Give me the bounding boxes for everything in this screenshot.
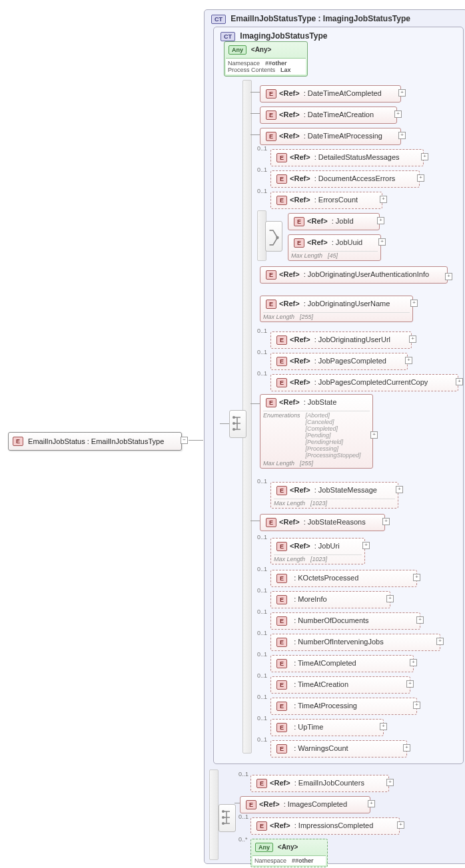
occurrence: 0..1 <box>238 813 248 820</box>
ref-job-state-reasons[interactable]: E<Ref> : JobStateReasons <box>260 514 385 531</box>
expand-icon[interactable]: + <box>370 431 378 439</box>
svg-point-2 <box>232 428 235 431</box>
ref-job-uri[interactable]: E<Ref> : JobUri Max Length[1023] <box>270 538 365 564</box>
ref-tail-8[interactable]: E : WarningsCount <box>270 740 407 758</box>
expand-icon[interactable]: + <box>398 132 406 139</box>
ref-tail-0[interactable]: E : KOctetsProcessed <box>270 570 417 587</box>
occurrence: 0..1 <box>257 566 267 572</box>
expand-icon[interactable]: + <box>416 616 424 624</box>
ref-tail-4[interactable]: E : TimeAtCompleted <box>270 655 414 672</box>
ref-impressions-completed[interactable]: E<Ref> : ImpressionsCompleted <box>250 817 400 835</box>
expand-icon[interactable]: + <box>377 217 384 224</box>
ref-job-orig-user-name[interactable]: E<Ref> : JobOriginatingUserName Max Leng… <box>260 296 413 322</box>
ct-badge: CT <box>211 15 226 24</box>
occurrence: 0..1 <box>257 587 267 594</box>
expand-icon[interactable]: + <box>406 680 414 688</box>
ref-tail-7[interactable]: E : UpTime <box>270 719 384 736</box>
ref-tail-6[interactable]: E : TimeAtProcessing <box>270 698 417 715</box>
svg-point-3 <box>276 236 278 239</box>
expand-icon[interactable]: + <box>410 659 417 666</box>
expand-icon[interactable]: + <box>409 335 416 343</box>
expand-icon[interactable]: + <box>405 357 412 364</box>
expand-icon[interactable]: + <box>378 238 386 246</box>
ref-tail-3[interactable]: E : NumberOfInterveningJobs <box>270 634 440 651</box>
svg-point-0 <box>232 416 235 419</box>
root-element[interactable]: E EmailInJobStatus : EmailInJobStatusTyp… <box>8 432 182 451</box>
occurrence: 0..1 <box>257 349 267 355</box>
expand-icon[interactable]: + <box>436 638 444 645</box>
ref-document-access-errors[interactable]: E<Ref> : DocumentAccessErrors <box>270 170 420 188</box>
any-wildcard-top[interactable]: Any <Any> Namespace##other Process Conte… <box>224 41 308 77</box>
expand-icon[interactable]: + <box>386 595 394 602</box>
occurrence: 0..1 <box>257 370 267 377</box>
expand-icon[interactable]: + <box>362 542 370 549</box>
expand-icon[interactable]: + <box>398 89 406 97</box>
ref-tail-2[interactable]: E : NumberOfDocuments <box>270 612 420 630</box>
any-title: <Any> <box>278 843 298 851</box>
expand-icon[interactable]: − <box>181 437 188 444</box>
expand-icon[interactable]: + <box>380 723 387 730</box>
ref-job-orig-user-url[interactable]: E<Ref> : JobOriginatingUserUrl <box>270 331 412 349</box>
expand-icon[interactable]: + <box>386 779 394 786</box>
ref-job-state-message[interactable]: E<Ref> : JobStateMessage Max Length[1023… <box>270 482 398 509</box>
ct-badge: CT <box>221 32 235 41</box>
ref-errors-count[interactable]: E<Ref> : ErrorsCount <box>270 192 382 209</box>
element-badge: E <box>13 437 23 446</box>
expand-icon[interactable]: + <box>382 518 390 525</box>
ref-job-pages-completed[interactable]: E<Ref> : JobPagesCompleted <box>270 353 408 370</box>
any-wildcard-bottom[interactable]: Any <Any> Namespace##other <box>250 839 328 867</box>
expand-icon[interactable]: + <box>413 702 420 709</box>
ref-emailin-job-counters[interactable]: E<Ref> : EmailInJobCounters <box>250 775 389 792</box>
ref-job-orig-auth-info[interactable]: E<Ref> : JobOriginatingUserAuthenticatio… <box>260 266 448 284</box>
ref-job-uuid[interactable]: E<Ref> : JobUuid Max Length[45] <box>288 234 381 261</box>
sequence-bar-outer <box>209 769 219 860</box>
ref-job-id[interactable]: E<Ref> : JobId <box>288 213 380 230</box>
expand-icon[interactable]: + <box>403 744 410 752</box>
expand-icon[interactable]: + <box>413 574 420 581</box>
occurrence: 0..1 <box>257 694 267 700</box>
occurrence: 0..1 <box>257 188 267 194</box>
occurrence: 0..1 <box>257 630 267 636</box>
root-element-label: EmailInJobStatus : EmailInJobStatusType <box>28 437 164 445</box>
expand-icon[interactable]: + <box>445 273 452 280</box>
occurrence: 0..1 <box>238 771 248 777</box>
outer-ct-title: EmailInJobStatusType : ImagingJobStatusT… <box>231 14 410 23</box>
expand-icon[interactable]: + <box>394 110 402 118</box>
sequence-compositor-outer[interactable] <box>219 804 236 832</box>
occurrence: 0..1 <box>257 672 267 679</box>
any-badge: Any <box>255 843 273 852</box>
ref-tail-5[interactable]: E : TimeAtCreation <box>270 676 410 694</box>
ref-tail-1[interactable]: E : MoreInfo <box>270 591 390 608</box>
ref-job-state[interactable]: E<Ref> : JobState Enumerations[Aborted][… <box>260 394 373 469</box>
expand-icon[interactable]: + <box>396 486 403 493</box>
ref-datetime-at-completed[interactable]: E<Ref> : DateTimeAtCompleted <box>260 85 401 103</box>
occurrence: 0..1 <box>257 608 267 615</box>
expand-icon[interactable]: + <box>368 800 375 807</box>
occurrence: 0..1 <box>257 145 267 152</box>
expand-icon[interactable]: + <box>397 821 404 829</box>
any-badge: Any <box>229 45 246 55</box>
occurrence: 0..1 <box>257 715 267 722</box>
sequence-compositor-main[interactable] <box>229 410 246 438</box>
ref-detailed-status-messages[interactable]: E<Ref> : DetailedStatusMessages <box>270 149 424 166</box>
occurrence: 0..1 <box>257 478 267 485</box>
svg-point-5 <box>222 816 225 819</box>
expand-icon[interactable]: + <box>417 174 424 182</box>
occurrence: 0..1 <box>257 327 267 334</box>
ref-job-pages-completed-current-copy[interactable]: E<Ref> : JobPagesCompletedCurrentCopy <box>270 374 458 391</box>
expand-icon[interactable]: + <box>456 378 463 385</box>
occurrence: 0..1 <box>257 534 267 541</box>
expand-icon[interactable]: + <box>421 153 428 160</box>
ref-images-completed[interactable]: E<Ref> : ImagesCompleted <box>240 796 370 813</box>
occurrence: 0..1 <box>257 736 267 743</box>
inner-ct-title: ImagingJobStatusType <box>240 31 327 41</box>
any-title: <Any> <box>251 46 272 53</box>
ref-datetime-at-creation[interactable]: E<Ref> : DateTimeAtCreation <box>260 107 397 124</box>
svg-point-6 <box>222 822 225 825</box>
expand-icon[interactable]: + <box>380 196 387 203</box>
expand-icon[interactable]: + <box>410 300 418 307</box>
svg-point-1 <box>232 422 235 425</box>
occurrence: 0..1 <box>257 651 267 658</box>
ref-datetime-at-processing[interactable]: E<Ref> : DateTimeAtProcessing <box>260 128 401 145</box>
choice-compositor-jobid[interactable] <box>265 221 282 252</box>
